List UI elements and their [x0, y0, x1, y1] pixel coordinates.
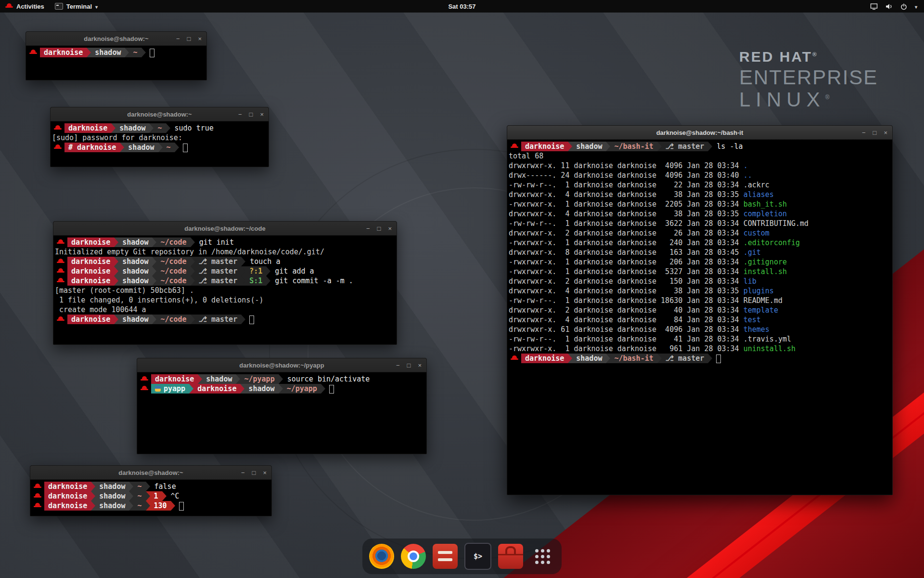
file-name: README.md [744, 296, 783, 305]
powerline-separator-icon [606, 354, 610, 363]
powerline-separator-icon [114, 315, 118, 324]
terminal-content[interactable]: darknoiseshadow~ falsedarknoiseshadow~1 … [30, 480, 271, 512]
window-titlebar[interactable]: darknoise@shadow:~ − □ × [26, 32, 206, 46]
terminal-content[interactable]: darknoiseshadow~/bash-it⎇ master ls -lat… [507, 140, 892, 365]
prompt-segment-user: darknoise [67, 315, 114, 324]
close-button[interactable]: × [263, 470, 267, 476]
activities-button[interactable]: Activities [0, 0, 50, 13]
powerline-separator-icon [175, 143, 179, 152]
output-text: create mode 100644 a [55, 305, 146, 315]
prompt-segment-path: ~/code [156, 257, 190, 266]
terminal-window-sudo[interactable]: darknoise@shadow:~ − □ × darknoiseshadow… [50, 107, 269, 167]
minimize-button[interactable]: − [396, 362, 400, 368]
prompt-segment-host: shadow [95, 501, 129, 511]
close-button[interactable]: × [418, 362, 422, 368]
prompt-line: darknoiseshadow~/bash-it⎇ master ls -la [509, 142, 891, 151]
prompt-segment-staged: S:1 [245, 276, 266, 286]
clock[interactable]: Sat 03:57 [448, 3, 475, 10]
terminal-cursor [183, 144, 188, 152]
close-button[interactable]: × [260, 111, 264, 118]
prompt-segment-path: ~/bash-it [610, 354, 657, 363]
app-menu-label: Terminal [66, 3, 92, 10]
terminal-window-home-2[interactable]: darknoise@shadow:~ − □ × darknoiseshadow… [30, 465, 272, 516]
prompt-line: darknoiseshadow~/code⎇ master?:1 git add… [55, 266, 395, 276]
file-name: template [744, 305, 778, 315]
minimize-button[interactable]: − [862, 130, 866, 136]
file-meta: drwx------. 24 darknoise darknoise 4096 … [509, 171, 744, 180]
terminal-content[interactable]: darknoiseshadow~/code git initInitialize… [53, 236, 397, 326]
terminal-window-home-1[interactable]: darknoise@shadow:~ − □ × darknoiseshadow… [26, 31, 207, 80]
show-apps-icon[interactable] [530, 544, 555, 569]
redhat-icon [141, 385, 148, 392]
window-titlebar[interactable]: darknoise@shadow:~/code − □ × [53, 222, 397, 236]
terminal-window-bash-it[interactable]: darknoise@shadow:~/bash-it − □ × darknoi… [507, 125, 893, 495]
files-icon[interactable] [433, 544, 458, 569]
prompt-segment-path: ~ [133, 482, 145, 491]
close-button[interactable]: × [198, 36, 202, 42]
rhel-logo: RED HAT® ENTERPRISE LINUX® [739, 49, 878, 110]
powerline-separator-icon [321, 384, 325, 394]
terminal-output-line: -rwxrwxr-x. 1 darknoise darknoise 206 Ja… [509, 257, 891, 267]
maximize-button[interactable]: □ [377, 225, 381, 232]
maximize-button[interactable]: □ [873, 130, 877, 136]
window-titlebar[interactable]: darknoise@shadow:~ − □ × [51, 107, 269, 121]
chrome-icon[interactable] [401, 544, 426, 569]
prompt-segment-user: # darknoise [64, 143, 120, 152]
minimize-button[interactable]: − [366, 225, 370, 232]
redhat-icon [5, 3, 13, 10]
firefox-icon[interactable] [369, 544, 394, 569]
maximize-button[interactable]: □ [249, 111, 253, 118]
file-meta: drwxrwxr-x. 4 darknoise darknoise 38 Jan… [509, 286, 744, 296]
file-meta: -rwxrwxr-x. 1 darknoise darknoise 206 Ja… [509, 257, 744, 267]
powerline-separator-icon [152, 276, 156, 286]
window-titlebar[interactable]: darknoise@shadow:~ − □ × [30, 466, 271, 480]
terminal-output-line: drwxrwxr-x. 2 darknoise darknoise 150 Ja… [509, 276, 891, 286]
prompt-segment-branch: ⎇ master [195, 276, 242, 286]
terminal-window-pyapp[interactable]: darknoise@shadow:~/pyapp − □ × darknoise… [137, 358, 427, 454]
terminal-icon[interactable]: $> [464, 543, 491, 570]
close-button[interactable]: × [884, 130, 887, 136]
terminal-output-line: drwxrwxr-x. 61 darknoise darknoise 4096 … [509, 325, 891, 334]
powerline-separator-icon [114, 257, 118, 266]
terminal-window-code[interactable]: darknoise@shadow:~/code − □ × darknoises… [53, 221, 397, 345]
close-button[interactable]: × [388, 225, 392, 232]
prompt-segment-user: darknoise [521, 354, 568, 363]
maximize-button[interactable]: □ [252, 470, 256, 476]
file-name: . [744, 161, 748, 171]
powerline-separator-icon [146, 482, 150, 491]
prompt-segment-branch: ⎇ master [662, 142, 708, 151]
terminal-content[interactable]: darknoiseshadow~/pyapp source bin/activa… [137, 372, 426, 395]
system-tray[interactable] [870, 3, 924, 10]
powerline-separator-icon [657, 142, 662, 151]
window-titlebar[interactable]: darknoise@shadow:~/pyapp − □ × [137, 358, 426, 372]
window-title: darknoise@shadow:~ [118, 469, 183, 476]
maximize-button[interactable]: □ [407, 362, 411, 368]
terminal-output-line: drwxrwxr-x. 4 darknoise darknoise 84 Jan… [509, 315, 891, 325]
software-toolbox-icon[interactable] [498, 544, 523, 569]
prompt-line: darknoiseshadow~/code⎇ master [55, 315, 395, 324]
minimize-button[interactable]: − [241, 470, 245, 476]
terminal-cursor [716, 355, 721, 363]
minimize-button[interactable]: − [238, 111, 242, 118]
minimize-button[interactable]: − [176, 36, 180, 42]
command-text: ^C [167, 491, 180, 501]
file-meta: drwxrwxr-x. 4 darknoise darknoise 38 Jan… [509, 190, 744, 199]
powerline-separator-icon [149, 123, 154, 133]
file-name: custom [744, 228, 770, 238]
file-meta: -rw-rw-r--. 1 darknoise darknoise 3622 J… [509, 219, 744, 228]
terminal-content[interactable]: darknoiseshadow~ [26, 46, 206, 59]
maximize-button[interactable]: □ [187, 36, 191, 42]
redhat-icon [34, 483, 41, 490]
powerline-separator-icon [191, 237, 195, 247]
powerline-separator-icon [189, 384, 193, 394]
app-menu[interactable]: Terminal [50, 0, 103, 13]
terminal-output-line: -rw-rw-r--. 1 darknoise darknoise 41 Jan… [509, 334, 891, 344]
terminal-content[interactable]: darknoiseshadow~ sudo true[sudo] passwor… [51, 121, 269, 154]
file-meta: drwxrwxr-x. 4 darknoise darknoise 38 Jan… [509, 209, 744, 219]
redhat-icon [54, 125, 62, 131]
window-titlebar[interactable]: darknoise@shadow:~/bash-it − □ × [507, 126, 892, 140]
file-meta: -rw-rw-r--. 1 darknoise darknoise 41 Jan… [509, 334, 744, 344]
powerline-separator-icon [266, 276, 270, 286]
output-text: [sudo] password for darknoise: [52, 133, 187, 143]
powerline-separator-icon [141, 48, 146, 57]
